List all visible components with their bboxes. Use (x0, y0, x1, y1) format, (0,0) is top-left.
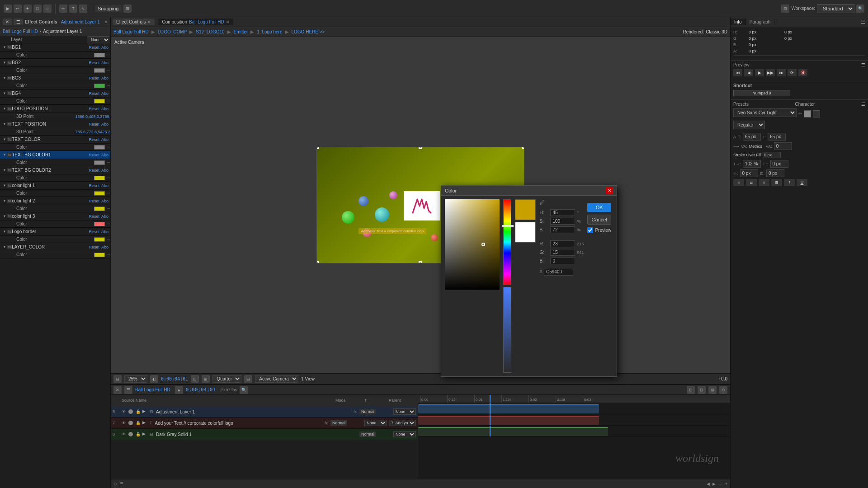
toolbar-icon-2[interactable]: ↩ (14, 5, 22, 13)
lc-expand[interactable]: ▼ (3, 245, 6, 249)
presets-menu[interactable]: ☰ (861, 102, 865, 107)
color-light1-row[interactable]: ▼ fx color light 1 Reset Abo (0, 182, 110, 190)
prev-start[interactable]: ⏮ (733, 69, 742, 76)
cl2-abo[interactable]: Abo (101, 199, 108, 203)
cl3-abo[interactable]: Abo (101, 214, 108, 219)
toolbar-pen[interactable]: ✏ (59, 5, 67, 13)
cv-b-input[interactable] (550, 226, 575, 233)
track-7-fx[interactable]: fx (325, 421, 328, 425)
color-light2-row[interactable]: ▼ fx color light 2 Reset Abo (0, 197, 110, 205)
bg1-arrow[interactable]: ↔ (107, 53, 110, 57)
toolbar-icon-1[interactable]: ▶ (4, 5, 12, 13)
lb-expand[interactable]: ▼ (3, 230, 6, 234)
track-7-parent[interactable]: None (364, 420, 387, 426)
text-color-swatch[interactable] (94, 145, 105, 150)
toolbar-select[interactable]: ↖ (79, 5, 87, 13)
cl3-expand[interactable]: ▼ (3, 214, 6, 218)
toolbar-text[interactable]: T (69, 5, 77, 13)
tl-icon4[interactable]: ⊙ (719, 386, 727, 394)
text-color-abo[interactable]: Abo (101, 137, 108, 142)
text-bold[interactable]: B (771, 179, 782, 186)
panel-tab-menu[interactable]: ☰ (14, 19, 23, 25)
cl2-expand[interactable]: ▼ (3, 199, 6, 203)
text-bg-c2-reset[interactable]: Reset (89, 168, 99, 173)
tl-menu-btn[interactable]: ☰ (124, 386, 132, 394)
text-pos-expand[interactable]: ▼ (3, 122, 6, 126)
comp-view-tab[interactable]: Composition Ball Logo Full HD ✕ (158, 19, 233, 25)
cl2-arrow[interactable]: ↔ (107, 206, 110, 211)
text-bg-color2-row[interactable]: ▼ fx TEXT BG COLOR2 Reset Abo (0, 166, 110, 174)
logo-pos-reset[interactable]: Reset (89, 107, 99, 111)
bg2-expand[interactable]: ▼ (3, 61, 6, 65)
scale-v-input[interactable] (770, 160, 788, 168)
track-5-solo[interactable] (128, 409, 133, 414)
track-5-mode[interactable]: Normal (359, 409, 376, 414)
timeline-clips-area[interactable]: 0;00 0;15f 0;01 1;15f 0;02 2;15f 0;03 (418, 395, 730, 479)
bg4-abo[interactable]: Abo (101, 91, 108, 96)
lc-reset[interactable]: Reset (89, 245, 99, 249)
lb-arrow[interactable]: ↔ (107, 237, 110, 241)
prev-fwd[interactable]: ▶▶ (766, 69, 775, 76)
bg1-row[interactable]: ▼ fx BG1 Reset Abo (0, 43, 110, 52)
cl2-swatch[interactable] (94, 206, 105, 211)
cl1-arrow[interactable]: ↔ (107, 191, 110, 195)
cv-s-input[interactable] (550, 218, 575, 225)
logo-pos-row[interactable]: ▼ fx LOGO POSITION Reset Abo (0, 105, 110, 113)
track-7-row[interactable]: 7 👁 🔒 ▶ T Add your Text // corporate col… (111, 418, 418, 429)
text-bg-c2-swatch[interactable] (94, 176, 105, 180)
clip-5[interactable] (418, 404, 599, 413)
workspace-icon[interactable]: ⊟ (781, 5, 789, 13)
text-bg-c2-arrow[interactable]: ↔ (107, 176, 110, 180)
prev-play[interactable]: ▶ (755, 69, 764, 76)
text-italic[interactable]: I (784, 179, 795, 186)
cl1-expand[interactable]: ▼ (3, 183, 6, 188)
cl1-swatch[interactable] (94, 191, 105, 196)
layer-selector[interactable]: None (87, 36, 110, 43)
ruler-playhead[interactable] (490, 395, 491, 403)
hue-slider[interactable] (503, 199, 511, 285)
track-7-solo[interactable] (128, 421, 133, 425)
lc-abo[interactable]: Abo (101, 245, 108, 249)
tl-icon1[interactable]: ⊡ (687, 386, 695, 394)
text-pos-reset[interactable]: Reset (89, 122, 99, 127)
bc-logo-comp[interactable]: LOGO_COMP (158, 29, 187, 34)
scale-h-input[interactable] (743, 160, 761, 168)
font-size-input[interactable] (743, 133, 761, 141)
color-swatch-new[interactable] (515, 199, 536, 220)
bc-logo-here[interactable]: 1. Logo here (257, 29, 282, 34)
tl-icon2[interactable]: ⊟ (698, 386, 706, 394)
tl-bottom-icon2[interactable]: ☰ (120, 482, 123, 486)
bg2-row[interactable]: ▼ fx BG2 Reset Abo (0, 59, 110, 67)
zoom-selector[interactable]: 25% (124, 375, 147, 383)
track-7-vis[interactable]: 👁 (122, 421, 126, 425)
font-color-swatch2[interactable] (813, 110, 820, 117)
text-color-expand[interactable]: ▼ (3, 137, 6, 141)
bg2-reset[interactable]: Reset (89, 61, 99, 65)
track-8-vis[interactable]: 👁 (122, 432, 126, 436)
bg3-expand[interactable]: ▼ (3, 76, 6, 80)
text-bg-c1-abo[interactable]: Abo (101, 153, 108, 157)
lb-swatch[interactable] (94, 237, 105, 242)
bg1-reset[interactable]: Reset (89, 45, 99, 50)
track-8-expand[interactable]: ▶ (142, 432, 148, 437)
color-dialog-close[interactable]: ✕ (606, 187, 613, 194)
bg4-reset[interactable]: Reset (89, 91, 99, 96)
tl-expand[interactable]: ▲ (175, 386, 183, 394)
tl-close-btn[interactable]: ✕ (113, 386, 122, 394)
logo-3d-value[interactable]: 1666.0,408.0,3759. (75, 114, 110, 119)
bc-ball-logo[interactable]: Ball Logo Full HD (113, 29, 149, 34)
cl3-swatch[interactable] (94, 222, 105, 226)
bg4-arrow[interactable]: ↔ (107, 99, 110, 103)
bg3-abo[interactable]: Abo (101, 76, 108, 80)
track-8-row[interactable]: 8 👁 🔒 ▶ ⊟ Dark Gray Solid 1 Normal None (111, 429, 418, 440)
logo-pos-expand[interactable]: ▼ (3, 107, 6, 111)
cancel-button[interactable]: Cancel (587, 215, 611, 225)
cl1-abo[interactable]: Abo (101, 183, 108, 188)
lc-arrow[interactable]: ↔ (107, 253, 110, 257)
preview-menu[interactable]: ☰ (861, 62, 865, 67)
text-bg-color1-row[interactable]: ▼ fx TEXT BG COLOR1 Reset Abo (0, 151, 110, 159)
bg2-color-swatch[interactable] (94, 68, 105, 73)
align-center[interactable]: ≣ (746, 179, 757, 186)
bg4-expand[interactable]: ▼ (3, 91, 6, 95)
layer-color-row[interactable]: ▼ fx LAYER_COLOR Reset Abo (0, 243, 110, 251)
